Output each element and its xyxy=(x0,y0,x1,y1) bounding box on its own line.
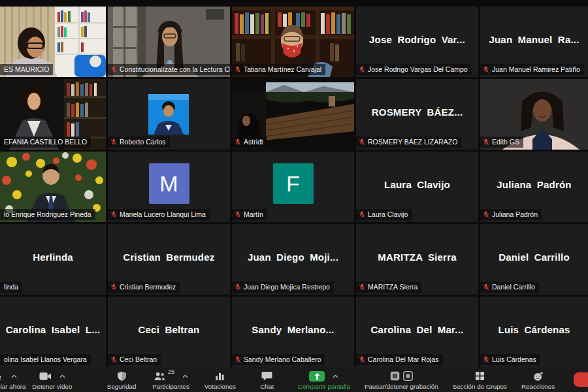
participant-label: Edith GS xyxy=(480,137,523,148)
share-screen-button[interactable]: Compartir pantalla xyxy=(298,367,350,392)
muted-mic-icon xyxy=(235,211,241,218)
tile-stefania[interactable]: EFANIA CASTILLO BELLO xyxy=(0,79,106,150)
participant-label: Ceci Beltran xyxy=(108,354,161,365)
mic-muted-icon xyxy=(0,370,3,382)
participant-label: Astridt xyxy=(232,137,267,148)
participant-label: Mariela Lucero Llanqui Lima xyxy=(108,209,210,220)
end-meeting-button[interactable] xyxy=(574,372,588,387)
muted-mic-icon xyxy=(483,284,489,291)
tile-constitucionalizate[interactable]: Constitucionalízate con la Lectura Club … xyxy=(108,7,230,77)
tile-ceci[interactable]: Ceci Beltran Ceci Beltran xyxy=(108,297,230,367)
muted-mic-icon xyxy=(110,284,117,291)
pause-stop-recording-button[interactable]: Pausar/detener grabación xyxy=(365,367,438,392)
participant-label: MARITZA Sierra xyxy=(356,282,421,293)
tile-roberto[interactable]: Roberto Carlos xyxy=(108,79,230,150)
security-button[interactable]: Seguridad xyxy=(105,367,138,392)
muted-mic-icon xyxy=(483,139,489,146)
tile-juliana[interactable]: Juliana Padrón Juliana Padrón xyxy=(480,152,588,222)
participants-gallery: ES MAURICIO Constitucionalízate con la L… xyxy=(0,7,588,367)
chat-label: Chat xyxy=(260,383,274,390)
tile-maritza[interactable]: MARITZA Sierra MARITZA Sierra xyxy=(356,224,478,295)
participant-label: ROSMERY BÁEZ LIZARAZO xyxy=(356,137,461,148)
stop-video-button[interactable]: Detener video xyxy=(32,367,72,392)
chat-button[interactable]: Chat xyxy=(251,367,284,392)
tile-daniel[interactable]: Daniel Carrillo Daniel Carrillo xyxy=(480,224,588,295)
tile-edith[interactable]: Edith GS xyxy=(480,79,588,150)
tile-astridt[interactable]: Astridt xyxy=(232,79,354,150)
participants-icon xyxy=(154,371,166,381)
participants-caret[interactable] xyxy=(182,374,188,378)
tile-tatiana[interactable]: Tatiana Martínez Carvajal xyxy=(232,7,354,77)
initial-avatar: F xyxy=(273,163,314,204)
polls-icon xyxy=(215,371,225,381)
participant-label: Luis Cárdenas xyxy=(480,354,540,365)
stop-recording-icon[interactable] xyxy=(403,371,413,381)
reactions-smiley-icon xyxy=(533,371,544,382)
tile-cristian[interactable]: Cristian Bermudez Cristian Bermudez xyxy=(108,224,230,295)
muted-mic-icon xyxy=(110,211,117,218)
muted-mic-icon xyxy=(110,356,117,363)
muted-mic-icon xyxy=(110,139,117,146)
participant-label: linda xyxy=(0,282,22,293)
participant-label: Tatiana Martínez Carvajal xyxy=(232,64,325,75)
muted-mic-icon xyxy=(359,139,365,146)
participant-label: Constitucionalízate con la Lectura Club … xyxy=(108,64,230,75)
tile-jose-rodrigo[interactable]: Jose Rodrigo Var... Jose Rodrigo Vargas … xyxy=(356,7,478,77)
share-screen-icon xyxy=(309,371,325,382)
tile-sandy[interactable]: Sandy Merlano... Sandy Merlano Caballero xyxy=(232,297,354,367)
participants-count: 25 xyxy=(168,368,174,375)
muted-mic-icon xyxy=(359,284,365,291)
share-screen-label: Compartir pantalla xyxy=(298,383,350,390)
security-label: Seguridad xyxy=(107,383,137,390)
tile-juan-manuel[interactable]: Juan Manuel Ra... Juan Manuel Ramirez Pa… xyxy=(480,7,588,77)
video-options-caret[interactable] xyxy=(59,374,65,378)
muted-mic-icon xyxy=(359,211,365,218)
tile-pablo[interactable]: lo Enrique Rodriguez Pineda xyxy=(0,152,106,222)
participant-label: Roberto Carlos xyxy=(108,137,170,148)
participant-label: Jose Rodrigo Vargas Del Campo xyxy=(356,64,472,75)
breakout-rooms-button[interactable]: Sección de Grupos xyxy=(453,367,507,392)
participant-label: ES MAURICIO xyxy=(0,64,53,75)
video-camera-icon xyxy=(39,372,52,381)
tile-rosmery[interactable]: ROSMERY BÁEZ... ROSMERY BÁEZ LIZARAZO xyxy=(356,79,478,150)
tile-luis[interactable]: Luis Cárdenas Luis Cárdenas xyxy=(480,297,588,367)
participant-label: Martín xyxy=(232,209,267,220)
participant-label: Sandy Merlano Caballero xyxy=(232,354,325,365)
pause-recording-icon[interactable] xyxy=(390,371,400,381)
tile-herlinda[interactable]: Herlinda linda xyxy=(0,224,106,295)
participant-label: Daniel Carrillo xyxy=(480,282,539,293)
muted-mic-icon xyxy=(235,284,241,291)
recording-label: Pausar/detener grabación xyxy=(365,383,438,390)
participant-label: Juan Diego Mojica Restrepo xyxy=(232,282,334,293)
participant-label: Juan Manuel Ramirez Patiño xyxy=(480,64,584,75)
participant-label: EFANIA CASTILLO BELLO xyxy=(0,137,91,148)
polls-button[interactable]: Votaciones xyxy=(204,367,237,392)
breakout-rooms-label: Sección de Grupos xyxy=(453,383,507,390)
shield-icon xyxy=(117,371,127,382)
tile-mariela[interactable]: M Mariela Lucero Llanqui Lima xyxy=(108,152,230,222)
tile-mauricio[interactable]: ES MAURICIO xyxy=(0,7,106,77)
participant-label: Carolina Del Mar Rojas xyxy=(356,354,443,365)
mute-label: Silenciar ahora xyxy=(0,383,25,390)
tile-laura[interactable]: Laura Clavijo Laura Clavijo xyxy=(356,152,478,222)
initial-avatar: M xyxy=(149,163,189,204)
tile-juan-diego[interactable]: Juan Diego Moji... Juan Diego Mojica Res… xyxy=(232,224,354,295)
tile-martin[interactable]: F Martín xyxy=(232,152,354,222)
participant-label: Cristian Bermudez xyxy=(108,282,180,293)
share-options-caret[interactable] xyxy=(333,374,338,378)
reactions-button[interactable]: Reacciones xyxy=(521,367,555,392)
mute-button[interactable]: Silenciar ahora xyxy=(0,367,25,392)
participants-label: Participantes xyxy=(152,383,189,390)
tile-carolina-isabel[interactable]: Carolina Isabel L... olina Isabel Llanos… xyxy=(0,297,106,367)
stop-video-label: Detener video xyxy=(32,383,72,390)
breakout-rooms-icon xyxy=(475,371,485,381)
muted-mic-icon xyxy=(110,66,117,73)
tile-carolina-del-mar[interactable]: Carolina Del Mar... Carolina Del Mar Roj… xyxy=(356,297,478,367)
participants-button[interactable]: 25 Participantes xyxy=(152,367,189,392)
muted-mic-icon xyxy=(359,66,365,73)
chat-icon xyxy=(261,371,272,381)
muted-mic-icon xyxy=(483,211,489,218)
muted-mic-icon xyxy=(483,356,489,363)
top-black-bar xyxy=(0,0,588,7)
mute-options-caret[interactable] xyxy=(11,374,17,378)
